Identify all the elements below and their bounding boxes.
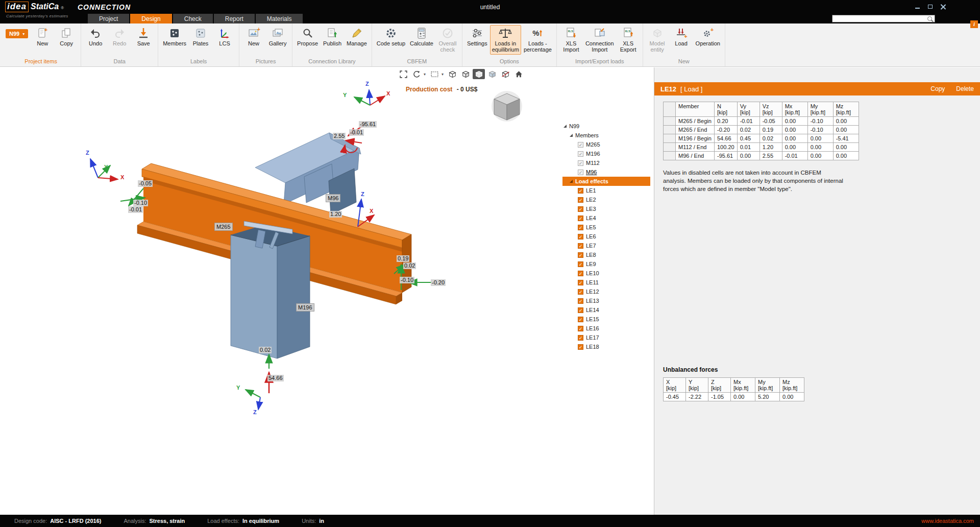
calculate-button[interactable]: Calculate xyxy=(408,25,435,48)
force-value-cell[interactable]: 0.00 xyxy=(807,152,833,160)
tree-group-members[interactable]: Members xyxy=(562,131,650,140)
tree-member-m196[interactable]: ✓M196 xyxy=(562,149,650,158)
checkbox[interactable]: ✓ xyxy=(578,188,583,194)
copy-button[interactable]: Copy xyxy=(55,25,78,48)
tab-check[interactable]: Check xyxy=(173,14,213,23)
checkbox[interactable]: ✓ xyxy=(578,142,583,148)
forces-row-m196-begin[interactable]: M196 / Begin54.660.450.020.000.00-5.41 xyxy=(664,134,859,143)
maximize-icon[interactable] xyxy=(927,4,934,10)
connection-import-button[interactable]: Connection Import xyxy=(583,25,616,55)
expander-icon[interactable] xyxy=(564,125,567,128)
force-value-cell[interactable]: 0.00 xyxy=(782,143,807,152)
checkbox[interactable]: ✓ xyxy=(578,280,583,285)
copy-button[interactable]: Copy xyxy=(930,85,945,92)
force-value-cell[interactable]: 0.00 xyxy=(782,126,807,134)
settings-button[interactable]: Settings xyxy=(465,25,489,48)
new-button[interactable]: +New xyxy=(242,25,265,48)
force-value-cell[interactable]: 2.55 xyxy=(760,152,782,160)
forces-row-m265-begin[interactable]: M265 / Begin0.20-0.01-0.050.00-0.100.00 xyxy=(664,117,859,126)
checkbox[interactable]: ✓ xyxy=(578,261,583,267)
force-value-cell[interactable]: 1.20 xyxy=(760,143,782,152)
home-view-button[interactable] xyxy=(512,69,525,79)
force-value-cell[interactable]: 0.00 xyxy=(737,152,760,160)
checkbox[interactable]: ✓ xyxy=(578,234,583,239)
member-label-m265[interactable]: M265 xyxy=(214,223,233,231)
tree-load-effect-le9[interactable]: ✓LE9 xyxy=(562,259,650,269)
propose-button[interactable]: Propose xyxy=(295,25,320,48)
force-value-cell[interactable]: -0.10 xyxy=(807,126,833,134)
tree-load-effect-le2[interactable]: ✓LE2 xyxy=(562,195,650,204)
view-shaded-button[interactable] xyxy=(486,69,498,79)
row-selector[interactable] xyxy=(664,126,676,134)
n99-button[interactable]: N99▾ xyxy=(4,25,30,40)
plates-button[interactable]: Plates xyxy=(189,25,212,48)
scene-3d[interactable] xyxy=(0,67,653,515)
force-value-cell[interactable]: 0.45 xyxy=(737,134,760,143)
force-value-cell[interactable]: -0.20 xyxy=(715,126,738,134)
checkbox[interactable]: ✓ xyxy=(578,298,583,304)
website-link[interactable]: www.ideastatica.com xyxy=(921,518,974,524)
tree-member-m96[interactable]: ✓M96 xyxy=(562,167,650,177)
checkbox[interactable]: ✓ xyxy=(578,271,583,276)
gallery-button[interactable]: Gallery xyxy=(266,25,289,48)
manage-button[interactable]: Manage xyxy=(345,25,369,48)
forces-row-m96-end[interactable]: M96 / End-95.610.002.55-0.010.000.00 xyxy=(664,152,859,160)
tree-load-effect-le1[interactable]: ✓LE1 xyxy=(562,186,650,195)
operation-button[interactable]: +Operation xyxy=(694,25,722,48)
tree-member-m265[interactable]: ✓M265 xyxy=(562,140,650,149)
forces-row-m112-end[interactable]: M112 / End100.200.011.200.000.000.00 xyxy=(664,143,859,152)
tree-load-effect-le11[interactable]: ✓LE11 xyxy=(562,278,650,287)
save-button[interactable]: Save xyxy=(132,25,155,48)
tree-load-effect-le8[interactable]: ✓LE8 xyxy=(562,250,650,259)
loads-percentage-button[interactable]: %Loads - percentage xyxy=(522,25,554,55)
tree-load-effect-le17[interactable]: ✓LE17 xyxy=(562,333,650,342)
force-value-cell[interactable]: 0.19 xyxy=(760,126,782,134)
member-label-m196[interactable]: M196 xyxy=(296,303,314,312)
tree-load-effect-le6[interactable]: ✓LE6 xyxy=(562,232,650,241)
fit-view-button[interactable] xyxy=(397,69,409,79)
checkbox[interactable]: ✓ xyxy=(578,344,583,350)
tab-project[interactable]: Project xyxy=(88,14,129,23)
force-value-cell[interactable]: 0.00 xyxy=(833,152,859,160)
checkbox[interactable]: ✓ xyxy=(578,326,583,331)
undo-button[interactable]: Undo xyxy=(84,25,107,48)
search-input[interactable] xyxy=(832,15,927,22)
view-cube[interactable] xyxy=(492,91,522,122)
force-value-cell[interactable]: -0.10 xyxy=(807,117,833,126)
viewport-3d[interactable]: ▾▾ Production cost - 0 US$ M265M96M196-9… xyxy=(0,67,653,515)
publish-button[interactable]: Publish xyxy=(321,25,344,48)
force-value-cell[interactable]: -5.41 xyxy=(833,134,859,143)
loads-in-equilibrium-button[interactable]: Loads in equilibrium xyxy=(490,25,521,55)
tree-member-m112[interactable]: ✓M112 xyxy=(562,158,650,167)
minimize-icon[interactable] xyxy=(914,4,921,10)
chevron-down-icon[interactable]: ▾ xyxy=(424,72,426,77)
tree-load-effect-le10[interactable]: ✓LE10 xyxy=(562,269,650,278)
forces-row-m265-end[interactable]: M265 / End-0.200.020.190.00-0.100.00 xyxy=(664,126,859,134)
tab-materials[interactable]: Materials xyxy=(256,14,303,23)
checkbox[interactable]: ✓ xyxy=(578,243,583,249)
force-value-cell[interactable]: 0.00 xyxy=(782,134,807,143)
item-selector-chip[interactable]: N99▾ xyxy=(6,29,28,38)
checkbox[interactable]: ✓ xyxy=(578,197,583,203)
tree-node-root[interactable]: N99 xyxy=(562,122,650,131)
xls-import-button[interactable]: XLSXLS Import xyxy=(559,25,583,55)
selection-mode-button[interactable] xyxy=(428,69,440,79)
force-value-cell[interactable]: -0.05 xyxy=(760,117,782,126)
view-section-button[interactable] xyxy=(499,69,511,79)
row-selector[interactable] xyxy=(664,134,676,143)
row-selector[interactable] xyxy=(664,152,676,160)
force-value-cell[interactable]: 0.02 xyxy=(760,134,782,143)
view-wireframe-button[interactable] xyxy=(446,69,458,79)
row-selector[interactable] xyxy=(664,143,676,152)
new-button[interactable]: +New xyxy=(31,25,54,48)
checkbox[interactable]: ✓ xyxy=(578,289,583,295)
tree-load-effect-le5[interactable]: ✓LE5 xyxy=(562,223,650,232)
force-value-cell[interactable]: 0.20 xyxy=(715,117,738,126)
tab-report[interactable]: Report xyxy=(214,14,255,23)
checkbox[interactable]: ✓ xyxy=(578,225,583,230)
checkbox[interactable]: ✓ xyxy=(578,151,583,157)
force-value-cell[interactable]: 0.00 xyxy=(833,126,859,134)
row-selector[interactable] xyxy=(664,117,676,126)
checkbox[interactable]: ✓ xyxy=(578,252,583,258)
view-solid-button[interactable] xyxy=(473,69,485,79)
